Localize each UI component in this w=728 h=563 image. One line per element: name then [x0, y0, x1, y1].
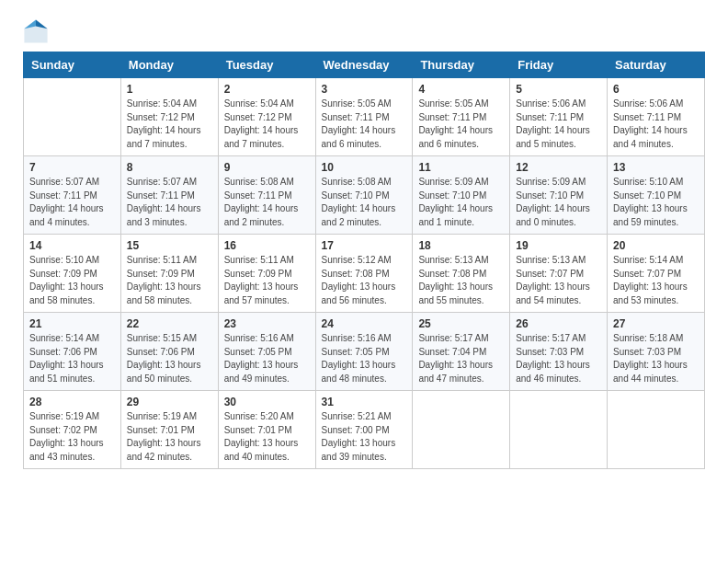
day-number: 16 — [224, 239, 310, 252]
day-info: Sunrise: 5:04 AMSunset: 7:12 PMDaylight:… — [127, 98, 212, 151]
day-info: Sunrise: 5:11 AMSunset: 7:09 PMDaylight:… — [127, 254, 212, 307]
day-cell: 23Sunrise: 5:16 AMSunset: 7:05 PMDayligh… — [218, 313, 315, 391]
day-cell: 25Sunrise: 5:17 AMSunset: 7:04 PMDayligh… — [413, 313, 510, 391]
day-cell: 21Sunrise: 5:14 AMSunset: 7:06 PMDayligh… — [24, 313, 121, 391]
day-cell: 12Sunrise: 5:09 AMSunset: 7:10 PMDayligh… — [510, 156, 608, 235]
day-info: Sunrise: 5:20 AMSunset: 7:01 PMDaylight:… — [224, 410, 310, 464]
logo-icon — [23, 18, 49, 44]
day-number: 26 — [516, 317, 601, 330]
day-number: 30 — [224, 396, 310, 408]
day-cell: 7Sunrise: 5:07 AMSunset: 7:11 PMDaylight… — [24, 156, 121, 235]
day-info: Sunrise: 5:06 AMSunset: 7:11 PMDaylight:… — [516, 98, 601, 151]
day-cell — [24, 78, 121, 156]
day-cell: 28Sunrise: 5:19 AMSunset: 7:02 PMDayligh… — [24, 391, 121, 469]
week-row-1: 1Sunrise: 5:04 AMSunset: 7:12 PMDaylight… — [24, 78, 705, 156]
day-number: 8 — [127, 161, 212, 174]
day-number: 20 — [613, 239, 699, 252]
day-info: Sunrise: 5:19 AMSunset: 7:02 PMDaylight:… — [29, 410, 115, 464]
logo — [23, 18, 52, 44]
day-number: 10 — [322, 161, 407, 174]
day-info: Sunrise: 5:08 AMSunset: 7:10 PMDaylight:… — [322, 176, 407, 229]
day-info: Sunrise: 5:08 AMSunset: 7:11 PMDaylight:… — [224, 176, 310, 229]
week-row-4: 21Sunrise: 5:14 AMSunset: 7:06 PMDayligh… — [24, 313, 705, 391]
day-number: 6 — [613, 83, 699, 96]
day-number: 13 — [613, 161, 699, 174]
day-number: 23 — [224, 317, 310, 330]
day-info: Sunrise: 5:14 AMSunset: 7:07 PMDaylight:… — [613, 254, 699, 307]
header-thursday: Thursday — [413, 52, 510, 78]
day-info: Sunrise: 5:07 AMSunset: 7:11 PMDaylight:… — [127, 176, 212, 229]
day-info: Sunrise: 5:04 AMSunset: 7:12 PMDaylight:… — [224, 98, 310, 151]
day-cell: 1Sunrise: 5:04 AMSunset: 7:12 PMDaylight… — [120, 78, 218, 156]
week-row-3: 14Sunrise: 5:10 AMSunset: 7:09 PMDayligh… — [24, 235, 705, 313]
day-info: Sunrise: 5:10 AMSunset: 7:10 PMDaylight:… — [613, 176, 699, 229]
day-info: Sunrise: 5:19 AMSunset: 7:01 PMDaylight:… — [127, 410, 212, 464]
day-number: 19 — [516, 239, 601, 252]
day-number: 17 — [322, 239, 407, 252]
day-info: Sunrise: 5:21 AMSunset: 7:00 PMDaylight:… — [322, 410, 407, 464]
day-number: 29 — [127, 396, 212, 408]
day-cell: 18Sunrise: 5:13 AMSunset: 7:08 PMDayligh… — [413, 235, 510, 313]
day-number: 2 — [224, 83, 310, 96]
day-cell: 29Sunrise: 5:19 AMSunset: 7:01 PMDayligh… — [120, 391, 218, 469]
day-info: Sunrise: 5:05 AMSunset: 7:11 PMDaylight:… — [322, 98, 407, 151]
day-number: 24 — [322, 317, 407, 330]
day-number: 1 — [127, 83, 212, 96]
day-info: Sunrise: 5:16 AMSunset: 7:05 PMDaylight:… — [224, 332, 310, 385]
day-cell: 4Sunrise: 5:05 AMSunset: 7:11 PMDaylight… — [413, 78, 510, 156]
day-info: Sunrise: 5:18 AMSunset: 7:03 PMDaylight:… — [613, 332, 699, 385]
header-saturday: Saturday — [608, 52, 705, 78]
day-cell: 15Sunrise: 5:11 AMSunset: 7:09 PMDayligh… — [120, 235, 218, 313]
day-cell: 26Sunrise: 5:17 AMSunset: 7:03 PMDayligh… — [510, 313, 608, 391]
day-number: 14 — [29, 239, 115, 252]
day-number: 31 — [322, 396, 407, 408]
day-cell: 9Sunrise: 5:08 AMSunset: 7:11 PMDaylight… — [218, 156, 315, 235]
day-cell: 17Sunrise: 5:12 AMSunset: 7:08 PMDayligh… — [315, 235, 413, 313]
week-row-2: 7Sunrise: 5:07 AMSunset: 7:11 PMDaylight… — [24, 156, 705, 235]
day-cell: 10Sunrise: 5:08 AMSunset: 7:10 PMDayligh… — [315, 156, 413, 235]
day-number: 9 — [224, 161, 310, 174]
day-cell: 31Sunrise: 5:21 AMSunset: 7:00 PMDayligh… — [315, 391, 413, 469]
day-cell: 27Sunrise: 5:18 AMSunset: 7:03 PMDayligh… — [608, 313, 705, 391]
day-cell — [510, 391, 608, 469]
day-cell: 30Sunrise: 5:20 AMSunset: 7:01 PMDayligh… — [218, 391, 315, 469]
header-row: SundayMondayTuesdayWednesdayThursdayFrid… — [24, 52, 705, 78]
day-number: 7 — [29, 161, 115, 174]
header-monday: Monday — [120, 52, 218, 78]
day-number: 11 — [418, 161, 504, 174]
day-cell: 5Sunrise: 5:06 AMSunset: 7:11 PMDaylight… — [510, 78, 608, 156]
day-number: 21 — [29, 317, 115, 330]
day-number: 27 — [613, 317, 699, 330]
day-number: 4 — [418, 83, 504, 96]
day-cell: 24Sunrise: 5:16 AMSunset: 7:05 PMDayligh… — [315, 313, 413, 391]
header-wednesday: Wednesday — [315, 52, 413, 78]
day-number: 22 — [127, 317, 212, 330]
day-info: Sunrise: 5:05 AMSunset: 7:11 PMDaylight:… — [418, 98, 504, 151]
day-number: 5 — [516, 83, 601, 96]
day-info: Sunrise: 5:17 AMSunset: 7:04 PMDaylight:… — [418, 332, 504, 385]
day-info: Sunrise: 5:07 AMSunset: 7:11 PMDaylight:… — [29, 176, 115, 229]
page-header — [23, 18, 705, 44]
day-info: Sunrise: 5:15 AMSunset: 7:06 PMDaylight:… — [127, 332, 212, 385]
day-number: 18 — [418, 239, 504, 252]
day-number: 28 — [29, 396, 115, 408]
day-cell: 11Sunrise: 5:09 AMSunset: 7:10 PMDayligh… — [413, 156, 510, 235]
week-row-5: 28Sunrise: 5:19 AMSunset: 7:02 PMDayligh… — [24, 391, 705, 469]
day-info: Sunrise: 5:13 AMSunset: 7:08 PMDaylight:… — [418, 254, 504, 307]
day-info: Sunrise: 5:10 AMSunset: 7:09 PMDaylight:… — [29, 254, 115, 307]
day-info: Sunrise: 5:13 AMSunset: 7:07 PMDaylight:… — [516, 254, 601, 307]
day-number: 3 — [322, 83, 407, 96]
day-cell: 22Sunrise: 5:15 AMSunset: 7:06 PMDayligh… — [120, 313, 218, 391]
day-info: Sunrise: 5:09 AMSunset: 7:10 PMDaylight:… — [418, 176, 504, 229]
day-info: Sunrise: 5:11 AMSunset: 7:09 PMDaylight:… — [224, 254, 310, 307]
day-cell — [608, 391, 705, 469]
day-cell: 14Sunrise: 5:10 AMSunset: 7:09 PMDayligh… — [24, 235, 121, 313]
day-cell: 13Sunrise: 5:10 AMSunset: 7:10 PMDayligh… — [608, 156, 705, 235]
day-cell — [413, 391, 510, 469]
day-number: 15 — [127, 239, 212, 252]
day-cell: 20Sunrise: 5:14 AMSunset: 7:07 PMDayligh… — [608, 235, 705, 313]
day-cell: 2Sunrise: 5:04 AMSunset: 7:12 PMDaylight… — [218, 78, 315, 156]
day-info: Sunrise: 5:16 AMSunset: 7:05 PMDaylight:… — [322, 332, 407, 385]
day-cell: 16Sunrise: 5:11 AMSunset: 7:09 PMDayligh… — [218, 235, 315, 313]
day-cell: 6Sunrise: 5:06 AMSunset: 7:11 PMDaylight… — [608, 78, 705, 156]
